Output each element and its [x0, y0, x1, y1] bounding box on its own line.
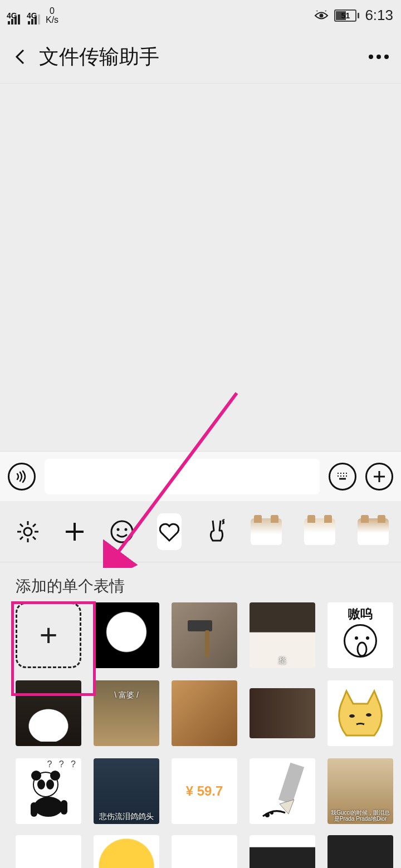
sticker-item[interactable]: \ 富婆 /	[94, 680, 159, 746]
chat-messages-area[interactable]	[0, 84, 401, 451]
sticker-item[interactable]	[172, 680, 237, 746]
chat-title: 文件传输助手	[39, 43, 369, 71]
speed-unit: K/s	[46, 16, 58, 24]
svg-point-29	[366, 636, 369, 640]
battery-indicator: 51	[334, 9, 359, 22]
sticker-item[interactable]	[327, 835, 393, 868]
heart-icon	[157, 519, 182, 544]
sticker-settings-tab[interactable]	[16, 513, 40, 550]
voice-input-button[interactable]	[8, 463, 36, 491]
svg-point-37	[46, 779, 54, 789]
sticker-item[interactable]: ¥ 59.7	[172, 758, 237, 824]
hammer-icon	[179, 610, 229, 660]
smiley-icon	[109, 519, 135, 545]
svg-point-0	[320, 13, 324, 17]
sticker-item[interactable]	[172, 835, 237, 868]
svg-rect-26	[188, 620, 212, 631]
keyboard-icon	[335, 469, 350, 484]
status-bar: 4G 4G 0 K/s 51 6:13	[0, 0, 401, 31]
svg-line-18	[33, 524, 36, 527]
sticker-item[interactable]: ? ? ?	[16, 758, 81, 824]
svg-rect-27	[205, 630, 209, 657]
sticker-pack-cat2-tab[interactable]	[304, 513, 335, 550]
sound-wave-icon	[14, 469, 29, 484]
svg-point-43	[265, 813, 270, 817]
svg-point-34	[31, 771, 41, 781]
sticker-item[interactable]	[16, 680, 81, 746]
sticker-item[interactable]	[327, 680, 393, 746]
status-left: 4G 4G 0 K/s	[8, 7, 58, 24]
sticker-pack-cat3-tab[interactable]	[358, 513, 389, 550]
svg-line-1	[316, 11, 317, 11]
visibility-icon	[314, 11, 329, 21]
sticker-item[interactable]	[250, 835, 315, 868]
svg-point-31	[349, 714, 355, 718]
sticker-item[interactable]: 我Gucci的时候，眼泪总是Prada Prada地Dior	[327, 758, 393, 824]
sticker-caption: ¥ 59.7	[186, 783, 223, 799]
sticker-item[interactable]	[16, 835, 81, 868]
sticker-caption: 悲伤流泪鸽鸽头	[94, 812, 159, 822]
svg-point-23	[117, 528, 120, 531]
message-input[interactable]	[45, 459, 320, 494]
sticker-pack-peace-tab[interactable]	[204, 513, 228, 550]
plus-icon	[371, 469, 387, 484]
svg-line-16	[20, 524, 23, 527]
saved-stickers-grid: + 愁 嗷呜 \ 富婆 / ? ? ? 悲伤流泪鸽鸽头 ¥ 59.7 我Gucc…	[0, 602, 401, 835]
default-emoji-tab[interactable]	[109, 513, 135, 550]
svg-point-28	[355, 636, 358, 640]
keyboard-button[interactable]	[329, 463, 356, 491]
sticker-item[interactable]	[172, 602, 237, 668]
sticker-item[interactable]: 愁	[250, 602, 315, 668]
signal-1-label: 4G	[7, 11, 17, 20]
saved-stickers-grid-row4	[0, 835, 401, 868]
svg-point-44	[270, 811, 273, 815]
plus-icon: +	[40, 620, 58, 651]
svg-point-11	[24, 528, 32, 536]
sticker-item[interactable]	[250, 688, 315, 738]
sticker-caption: ? ? ?	[47, 759, 78, 769]
sticker-item[interactable]	[94, 835, 159, 868]
svg-rect-40	[61, 800, 67, 815]
saved-stickers-header: 添加的单个表情	[0, 562, 401, 602]
signal-2-label: 4G	[27, 11, 37, 20]
svg-point-30	[358, 643, 366, 656]
svg-line-17	[33, 537, 36, 540]
sticker-pack-cat1-tab[interactable]	[251, 513, 282, 550]
sticker-item[interactable]: 嗷呜	[327, 602, 393, 668]
sticker-caption: 愁	[250, 656, 315, 666]
sticker-caption: \ 富婆 /	[94, 690, 159, 700]
svg-rect-39	[31, 802, 37, 817]
clock: 6:13	[365, 7, 393, 24]
svg-line-3	[325, 11, 327, 11]
signal-2: 4G	[28, 14, 40, 24]
sticker-item[interactable]: 悲伤流泪鸽鸽头	[94, 758, 159, 824]
speed-num: 0	[46, 7, 58, 16]
gear-icon	[16, 519, 40, 544]
svg-point-35	[50, 771, 60, 781]
svg-point-24	[125, 528, 128, 531]
svg-point-22	[111, 521, 133, 542]
svg-point-38	[34, 797, 63, 817]
battery-level: 51	[335, 11, 355, 20]
add-sticker-pack-tab[interactable]	[62, 513, 87, 550]
add-custom-sticker-button[interactable]: +	[16, 602, 81, 668]
favorites-tab[interactable]	[157, 513, 182, 550]
peace-hand-icon	[204, 517, 228, 546]
sticker-item[interactable]	[94, 602, 159, 668]
sticker-tabs	[0, 501, 401, 562]
attachment-button[interactable]	[365, 463, 393, 491]
more-button[interactable]	[369, 55, 389, 59]
sticker-item[interactable]	[250, 758, 315, 824]
signal-1: 4G	[8, 14, 20, 24]
plus-icon	[62, 519, 87, 544]
message-input-bar	[0, 451, 401, 501]
network-speed: 0 K/s	[46, 7, 58, 24]
svg-line-19	[20, 537, 23, 540]
svg-rect-41	[278, 763, 304, 805]
status-right: 51 6:13	[314, 7, 393, 24]
svg-point-36	[37, 779, 45, 789]
svg-point-32	[366, 713, 371, 717]
back-button[interactable]	[12, 48, 29, 65]
sticker-caption: 我Gucci的时候，眼泪总是Prada Prada地Dior	[327, 810, 393, 822]
chat-header: 文件传输助手	[0, 31, 401, 84]
